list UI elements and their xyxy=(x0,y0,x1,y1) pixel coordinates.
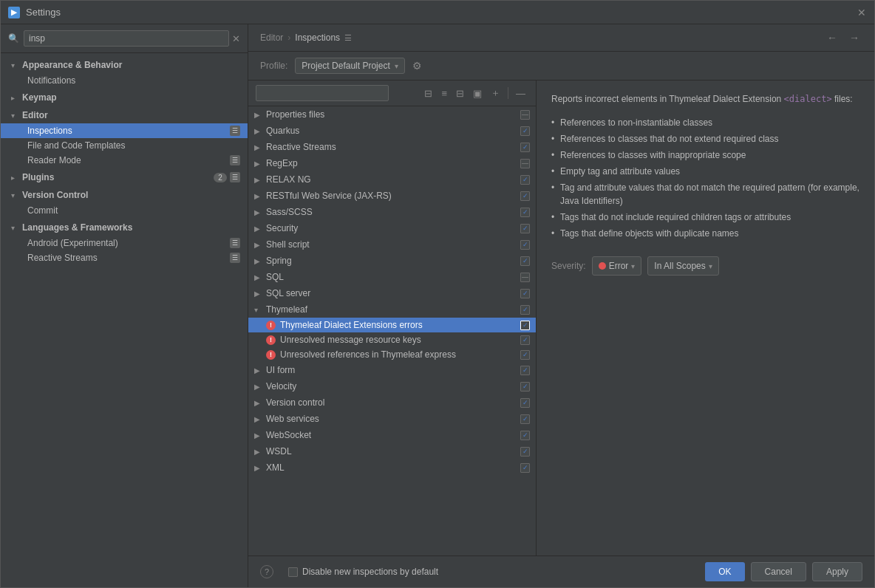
section-lang-header[interactable]: ▾ Languages & Frameworks xyxy=(1,219,248,236)
scope-select[interactable]: In All Scopes ▾ xyxy=(647,256,718,276)
wsdl-checkbox[interactable]: ✓ xyxy=(520,447,530,457)
section-keymap-header[interactable]: ▸ Keymap xyxy=(1,89,248,106)
relax-ng-checkbox[interactable]: ✓ xyxy=(520,175,530,185)
desc-bullet-7: Tags that define objects with duplicate … xyxy=(551,225,859,242)
insp-group-wsdl-row[interactable]: ▶ WSDL ✓ xyxy=(248,443,536,459)
unresolved-refs-checkbox[interactable]: ✓ xyxy=(520,350,530,360)
insp-item-unresolved-message[interactable]: ! Unresolved message resource keys ✓ xyxy=(248,332,536,347)
insp-group-vc-row[interactable]: ▶ Version control ✓ xyxy=(248,394,536,411)
restful-checkbox[interactable]: ✓ xyxy=(520,191,530,201)
sidebar-item-notifications[interactable]: Notifications xyxy=(1,73,248,88)
severity-select[interactable]: Error ▾ xyxy=(592,256,642,276)
section-plugins-header[interactable]: ▸ Plugins 2 ☰ xyxy=(1,169,248,185)
sass-label: Sass/SCSS xyxy=(265,207,520,217)
inspection-tree: ▶ Properties files — ▶ Quarkus ✓ xyxy=(248,106,536,555)
apply-button[interactable]: Apply xyxy=(812,562,862,581)
main-panel: Editor › Inspections ☰ ← → Profile: Proj… xyxy=(248,24,874,587)
chevron-down-icon-8: ▾ xyxy=(709,261,712,272)
section-vc-header[interactable]: ▾ Version Control xyxy=(1,187,248,203)
breadcrumb-parent: Editor xyxy=(260,33,283,43)
back-button[interactable]: ← xyxy=(824,30,840,45)
sidebar-item-android[interactable]: Android (Experimental) ☰ xyxy=(1,236,248,250)
spring-checkbox[interactable]: ✓ xyxy=(520,256,530,266)
help-button[interactable]: ? xyxy=(260,565,273,578)
insp-group-xml-row[interactable]: ▶ XML ✓ xyxy=(248,459,536,476)
chevron-right-icon-21: ▶ xyxy=(254,464,265,472)
insp-group-vc: ▶ Version control ✓ xyxy=(248,394,536,411)
section-editor-header[interactable]: ▾ Editor xyxy=(1,107,248,123)
chevron-right-icon-18: ▶ xyxy=(254,415,265,423)
list-search-input[interactable] xyxy=(256,85,389,101)
insp-group-shell-row[interactable]: ▶ Shell script ✓ xyxy=(248,236,536,253)
chevron-right-icon-8: ▶ xyxy=(254,192,265,200)
cancel-button[interactable]: Cancel xyxy=(751,562,806,581)
unresolved-message-checkbox[interactable]: ✓ xyxy=(520,335,530,345)
insp-group-quarkus-row[interactable]: ▶ Quarkus ✓ xyxy=(248,123,536,139)
insp-group-regexp-row[interactable]: ▶ RegExp — xyxy=(248,155,536,171)
sidebar-item-inspections[interactable]: Inspections ☰ xyxy=(1,123,248,138)
sql-checkbox[interactable]: — xyxy=(520,273,530,282)
reactive-streams-insp-label: Reactive Streams xyxy=(265,142,520,152)
close-button[interactable]: ✕ xyxy=(857,7,867,18)
group-button[interactable]: ▣ xyxy=(470,86,485,100)
shell-checkbox[interactable]: ✓ xyxy=(520,240,530,250)
insp-item-unresolved-refs[interactable]: ! Unresolved references in Thymeleaf exp… xyxy=(248,347,536,362)
sidebar-item-reader-mode[interactable]: Reader Mode ☰ xyxy=(1,153,248,168)
search-clear-icon[interactable]: ✕ xyxy=(232,33,240,44)
websocket-label: WebSocket xyxy=(265,430,520,440)
insp-item-thymeleaf-dialect[interactable]: ! Thymeleaf Dialect Extensions errors ✓ xyxy=(248,318,536,332)
thymeleaf-dialect-checkbox[interactable]: ✓ xyxy=(520,321,530,330)
velocity-checkbox[interactable]: ✓ xyxy=(520,382,530,392)
xml-checkbox[interactable]: ✓ xyxy=(520,463,530,473)
insp-group-restful-row[interactable]: ▶ RESTful Web Service (JAX-RS) ✓ xyxy=(248,188,536,204)
gear-icon[interactable]: ⚙ xyxy=(412,60,422,72)
web-services-checkbox[interactable]: ✓ xyxy=(520,414,530,424)
properties-files-checkbox[interactable]: — xyxy=(520,110,530,120)
insp-group-spring-row[interactable]: ▶ Spring ✓ xyxy=(248,253,536,269)
profile-select[interactable]: Project Default Project ▾ xyxy=(295,58,404,74)
filter-button[interactable]: ⊟ xyxy=(421,86,435,100)
websocket-checkbox[interactable]: ✓ xyxy=(520,431,530,440)
section-version-control: ▾ Version Control Commit xyxy=(1,186,248,219)
insp-group-sql-row[interactable]: ▶ SQL — xyxy=(248,269,536,285)
sass-checkbox[interactable]: ✓ xyxy=(520,208,530,217)
version-control-insp-label: Version control xyxy=(265,397,520,408)
insp-group-ui-form-row[interactable]: ▶ UI form ✓ xyxy=(248,362,536,378)
insp-group-velocity: ▶ Velocity ✓ xyxy=(248,378,536,394)
breadcrumb: Editor › Inspections ☰ xyxy=(260,33,352,43)
insp-group-web-services-row[interactable]: ▶ Web services ✓ xyxy=(248,411,536,427)
thymeleaf-checkbox[interactable]: ✓ xyxy=(520,305,530,315)
quarkus-checkbox[interactable]: ✓ xyxy=(520,126,530,136)
sql-server-checkbox[interactable]: ✓ xyxy=(520,289,530,298)
vc-checkbox[interactable]: ✓ xyxy=(520,398,530,408)
insp-group-velocity-row[interactable]: ▶ Velocity ✓ xyxy=(248,378,536,394)
ok-button[interactable]: OK xyxy=(705,562,744,581)
more-button[interactable]: — xyxy=(513,86,528,100)
insp-group-security-row[interactable]: ▶ Security ✓ xyxy=(248,220,536,236)
security-checkbox[interactable]: ✓ xyxy=(520,224,530,233)
regexp-checkbox[interactable]: — xyxy=(520,159,530,168)
disable-checkbox[interactable] xyxy=(288,567,298,577)
reactive-streams-checkbox[interactable]: ✓ xyxy=(520,143,530,152)
forward-button[interactable]: → xyxy=(846,30,862,45)
main-content: 🔍 ✕ ▾ Appearance & Behavior Notification… xyxy=(1,24,874,587)
expand-all-button[interactable]: ≡ xyxy=(438,86,450,100)
insp-group-sql-server-row[interactable]: ▶ SQL server ✓ xyxy=(248,285,536,301)
insp-group-thymeleaf: ▾ Thymeleaf ✓ ! Thymeleaf Dialect Extens… xyxy=(248,301,536,362)
sidebar-item-commit[interactable]: Commit xyxy=(1,203,248,218)
ui-form-checkbox[interactable]: ✓ xyxy=(520,366,530,375)
breadcrumb-separator: › xyxy=(287,33,290,43)
insp-group-properties-files-row[interactable]: ▶ Properties files — xyxy=(248,106,536,123)
insp-group-thymeleaf-row[interactable]: ▾ Thymeleaf ✓ xyxy=(248,301,536,318)
collapse-all-button[interactable]: ⊟ xyxy=(453,86,467,100)
sidebar-item-reactive-streams[interactable]: Reactive Streams ☰ xyxy=(1,250,248,265)
error-icon-dialect: ! xyxy=(266,321,276,330)
insp-group-reactive-streams-row[interactable]: ▶ Reactive Streams ✓ xyxy=(248,139,536,155)
sidebar-item-file-code-templates[interactable]: File and Code Templates xyxy=(1,138,248,153)
section-appearance-header[interactable]: ▾ Appearance & Behavior xyxy=(1,57,248,73)
insp-group-relax-ng-row[interactable]: ▶ RELAX NG ✓ xyxy=(248,171,536,188)
add-button[interactable]: ＋ xyxy=(488,85,503,101)
search-input[interactable] xyxy=(24,30,229,47)
insp-group-websocket-row[interactable]: ▶ WebSocket ✓ xyxy=(248,427,536,443)
insp-group-sass-row[interactable]: ▶ Sass/SCSS ✓ xyxy=(248,204,536,220)
